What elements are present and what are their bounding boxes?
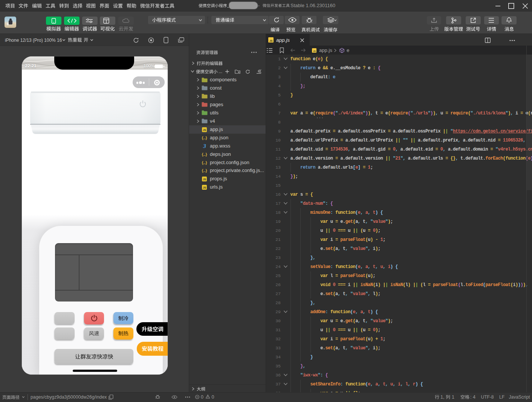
svg-text:JS: JS — [203, 128, 206, 132]
svg-text:{..}: {..} — [202, 168, 207, 173]
svg-text:JS: JS — [313, 50, 316, 52]
svg-text:JS: JS — [269, 40, 273, 42]
svg-text:{..}: {..} — [202, 152, 207, 157]
svg-text:JS: JS — [203, 178, 206, 181]
svg-text:{..}: {..} — [202, 136, 207, 140]
svg-text:JS: JS — [203, 186, 206, 189]
svg-text:3: 3 — [203, 143, 206, 149]
svg-text:{..}: {..} — [202, 160, 207, 165]
